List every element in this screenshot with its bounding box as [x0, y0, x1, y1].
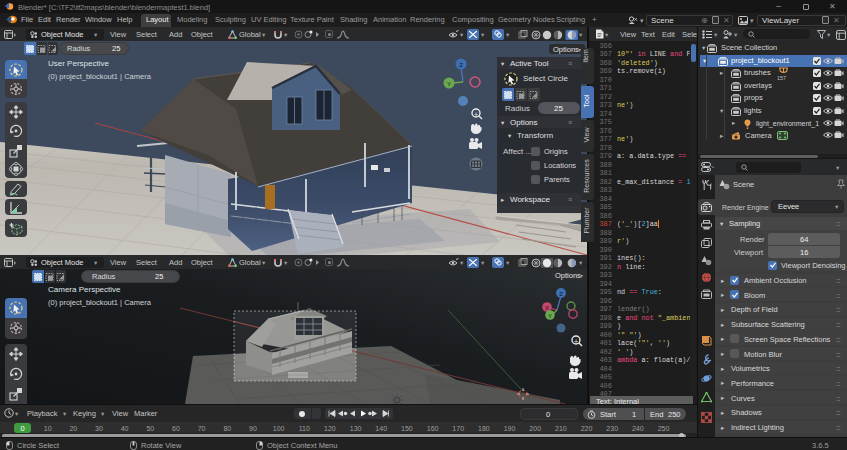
- svg-text:X: X: [545, 305, 549, 311]
- svg-text:+: +: [574, 338, 578, 345]
- svg-text:Y: Y: [548, 313, 552, 319]
- svg-text:Z: Z: [559, 291, 563, 297]
- svg-text:Y: Y: [447, 81, 451, 87]
- svg-text:+: +: [474, 111, 478, 118]
- svg-text:Z: Z: [459, 62, 463, 68]
